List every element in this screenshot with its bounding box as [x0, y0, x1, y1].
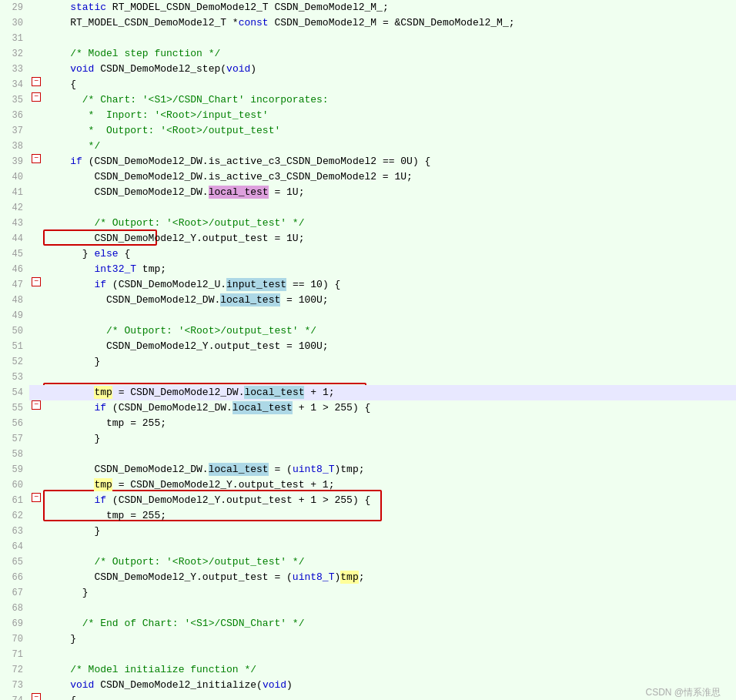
line-content: /* Outport: '<Root>/output_test' */ [43, 554, 736, 570]
line-number: 31 [0, 31, 29, 46]
line-content: tmp = 255; [43, 508, 736, 524]
code-line-55: 55− if (CSDN_DemoModel2_DW.local_test + … [0, 400, 736, 416]
line-content: CSDN_DemoModel2_DW.is_active_c3_CSDN_Dem… [43, 169, 736, 185]
fold-icon[interactable]: − [32, 400, 41, 410]
line-content: } [43, 631, 736, 647]
code-line-46: 46 int32_T tmp; [0, 262, 736, 277]
code-line-58: 58 [0, 447, 736, 462]
code-line-57: 57 } [0, 431, 736, 447]
code-line-68: 68 [0, 601, 736, 616]
code-line-29: 29 static RT_MODEL_CSDN_DemoModel2_T CSD… [0, 0, 736, 15]
code-line-54: 54 tmp = CSDN_DemoModel2_DW.local_test +… [0, 385, 736, 400]
code-line-50: 50 /* Outport: '<Root>/output_test' */ [0, 323, 736, 339]
code-line-35: 35− /* Chart: '<S1>/CSDN_Chart' incorpor… [0, 92, 736, 108]
code-line-51: 51 CSDN_DemoModel2_Y.output_test = 100U; [0, 339, 736, 354]
line-number: 65 [0, 554, 29, 570]
line-content: tmp = 255; [43, 416, 736, 431]
line-number: 74 [0, 693, 29, 700]
code-line-41: 41 CSDN_DemoModel2_DW.local_test = 1U; [0, 185, 736, 200]
line-content: RT_MODEL_CSDN_DemoModel2_T *const CSDN_D… [43, 15, 736, 31]
line-number: 72 [0, 662, 29, 678]
fold-icon[interactable]: − [32, 92, 41, 102]
line-number: 30 [0, 15, 29, 31]
line-number: 51 [0, 339, 29, 354]
line-content: tmp = CSDN_DemoModel2_Y.output_test + 1; [43, 477, 736, 493]
line-number: 46 [0, 262, 29, 277]
line-number: 52 [0, 354, 29, 370]
code-line-65: 65 /* Outport: '<Root>/output_test' */ [0, 554, 736, 570]
line-content: void CSDN_DemoModel2_initialize(void) [43, 678, 736, 693]
line-number: 40 [0, 169, 29, 185]
line-content: if (CSDN_DemoModel2_U.input_test == 10) … [43, 277, 736, 293]
line-number: 45 [0, 246, 29, 262]
line-content: if (CSDN_DemoModel2_DW.is_active_c3_CSDN… [43, 154, 736, 169]
line-gutter: − [29, 92, 43, 102]
code-line-63: 63 } [0, 524, 736, 539]
code-line-45: 45 } else { [0, 246, 736, 262]
line-content: /* Chart: '<S1>/CSDN_Chart' incorporates… [43, 92, 736, 108]
line-content: */ [43, 139, 736, 154]
code-line-49: 49 [0, 308, 736, 323]
fold-icon[interactable]: − [32, 277, 41, 286]
code-line-72: 72 /* Model initialize function */ [0, 662, 736, 678]
code-line-34: 34− { [0, 77, 736, 92]
code-line-59: 59 CSDN_DemoModel2_DW.local_test = (uint… [0, 462, 736, 477]
code-line-71: 71 [0, 647, 736, 662]
code-line-32: 32 /* Model step function */ [0, 46, 736, 62]
line-number: 39 [0, 154, 29, 169]
line-content: /* Outport: '<Root>/output_test' */ [43, 216, 736, 231]
line-number: 37 [0, 123, 29, 139]
fold-icon[interactable]: − [32, 693, 41, 700]
code-line-42: 42 [0, 200, 736, 216]
code-line-47: 47− if (CSDN_DemoModel2_U.input_test == … [0, 277, 736, 293]
line-gutter: − [29, 154, 43, 163]
fold-icon[interactable]: − [32, 154, 41, 163]
fold-icon[interactable]: − [32, 77, 41, 86]
line-content: tmp = CSDN_DemoModel2_DW.local_test + 1; [43, 385, 736, 400]
line-gutter: − [29, 493, 43, 502]
code-line-66: 66 CSDN_DemoModel2_Y.output_test = (uint… [0, 570, 736, 585]
line-number: 59 [0, 462, 29, 477]
line-number: 47 [0, 277, 29, 293]
line-number: 33 [0, 62, 29, 77]
line-number: 70 [0, 631, 29, 647]
line-content: * Inport: '<Root>/input_test' [43, 108, 736, 123]
line-number: 66 [0, 570, 29, 585]
line-number: 68 [0, 601, 29, 616]
code-line-64: 64 [0, 539, 736, 554]
code-line-36: 36 * Inport: '<Root>/input_test' [0, 108, 736, 123]
line-number: 67 [0, 585, 29, 601]
line-number: 69 [0, 616, 29, 631]
code-line-40: 40 CSDN_DemoModel2_DW.is_active_c3_CSDN_… [0, 169, 736, 185]
line-content: * Outport: '<Root>/output_test' [43, 123, 736, 139]
line-number: 56 [0, 416, 29, 431]
line-number: 44 [0, 231, 29, 246]
line-content: { [43, 77, 736, 92]
code-line-37: 37 * Outport: '<Root>/output_test' [0, 123, 736, 139]
line-number: 34 [0, 77, 29, 92]
fold-icon[interactable]: − [32, 493, 41, 502]
line-number: 73 [0, 678, 29, 693]
line-number: 61 [0, 493, 29, 508]
code-line-48: 48 CSDN_DemoModel2_DW.local_test = 100U; [0, 293, 736, 308]
code-line-67: 67 } [0, 585, 736, 601]
line-content: CSDN_DemoModel2_DW.local_test = 1U; [43, 185, 736, 200]
code-line-60: 60 tmp = CSDN_DemoModel2_Y.output_test +… [0, 477, 736, 493]
line-content: /* Model initialize function */ [43, 662, 736, 678]
code-line-53: 53 [0, 370, 736, 385]
line-content: CSDN_DemoModel2_DW.local_test = (uint8_T… [43, 462, 736, 477]
code-line-39: 39− if (CSDN_DemoModel2_DW.is_active_c3_… [0, 154, 736, 169]
line-content: /* Model step function */ [43, 46, 736, 62]
line-content: } [43, 585, 736, 601]
line-content: /* Outport: '<Root>/output_test' */ [43, 323, 736, 339]
line-content: static RT_MODEL_CSDN_DemoModel2_T CSDN_D… [43, 0, 736, 15]
line-number: 42 [0, 200, 29, 216]
line-number: 63 [0, 524, 29, 539]
line-number: 48 [0, 293, 29, 308]
code-line-70: 70 } [0, 631, 736, 647]
line-number: 49 [0, 308, 29, 323]
code-container: 29 static RT_MODEL_CSDN_DemoModel2_T CSD… [0, 0, 736, 700]
line-number: 57 [0, 431, 29, 447]
code-line-31: 31 [0, 31, 736, 46]
code-line-52: 52 } [0, 354, 736, 370]
